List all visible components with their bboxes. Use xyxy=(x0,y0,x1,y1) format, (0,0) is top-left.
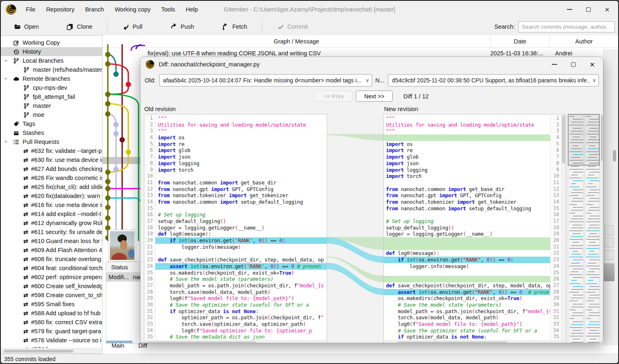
sidebar-item-local-branches[interactable]: Local Branches xyxy=(1,56,102,65)
minimize-button[interactable] xyxy=(560,1,579,18)
open-button[interactable]: Open xyxy=(10,21,43,33)
sidebar-item-cpu-mps-dev[interactable]: cpu-mps-dev xyxy=(1,83,102,92)
old-revision-select[interactable]: afaa5b4c 2025-10-14 00:24:07 Fix: Handle… xyxy=(159,74,372,86)
sidebar-item-tags[interactable]: Tags xyxy=(1,119,102,128)
menu-help[interactable]: Help xyxy=(180,4,203,15)
search-label: Search: xyxy=(494,23,515,30)
pull-button[interactable]: Pull xyxy=(118,21,146,33)
next-diff-button[interactable]: Next >> xyxy=(356,91,393,102)
column-date[interactable]: Date xyxy=(490,35,549,47)
menu-tools[interactable]: Tools xyxy=(156,4,180,15)
diff-dialog-titlebar[interactable]: Diff: nanochat/checkpoint_manager.py ✕ xyxy=(141,57,603,72)
chevron-down-icon[interactable] xyxy=(3,139,8,144)
dialog-minimize-button[interactable] xyxy=(552,64,557,64)
status-row[interactable]: Modifi... nar xyxy=(106,273,145,282)
sidebar-item-595-small-fixes[interactable]: ⇄#595 Small fixes xyxy=(1,300,102,309)
gitember-logo-icon xyxy=(6,4,16,15)
sidebar-item-598-create-convert-to-sh[interactable]: ⇄#598 Create convert_to_sh xyxy=(1,291,102,300)
prev-diff-button[interactable]: << Prev xyxy=(315,91,353,102)
dialog-vscrollbar[interactable] xyxy=(601,114,603,343)
diff-minimap[interactable] xyxy=(568,114,600,343)
push-button[interactable]: Push xyxy=(166,21,198,33)
column-author[interactable]: Author xyxy=(549,35,618,47)
new-revision-select[interactable]: d54c9cbf 2025-11-02 00:38:50 CPU Support… xyxy=(388,74,599,86)
sidebar-item-stashes[interactable]: Stashes xyxy=(1,128,102,137)
menu-working-copy[interactable]: Working copy xyxy=(109,4,156,15)
sidebar-scroll-handle[interactable] xyxy=(99,216,101,225)
code-line xyxy=(384,180,551,186)
toolbar-separator xyxy=(262,20,262,33)
sidebar-item-626-fix-wandb-cosmetic-is[interactable]: ⇄#626 Fix wandb cosmetic is xyxy=(1,173,102,182)
new-pane-vscrollbar[interactable] xyxy=(561,114,566,343)
search-input[interactable] xyxy=(518,21,615,32)
sidebar-item-620-fix-dataloader-warn-w[interactable]: ⇄#620 fix(dataloader): warn w xyxy=(1,191,102,200)
tab-main[interactable]: Main xyxy=(112,342,124,352)
sidebar-item-602-perf-optimize-prepen[interactable]: ⇄#602 perf: optimize prepen xyxy=(1,273,102,282)
sidebar-item-627-add-bounds-checking[interactable]: ⇄#627 Add bounds checking xyxy=(1,164,102,173)
sidebar-item-remote-branches[interactable]: Remote Branches xyxy=(1,74,102,83)
old-code-pane[interactable]: 1234567891011121314151617181920212223242… xyxy=(144,114,327,343)
pull-request-icon: ⇄ xyxy=(23,202,28,208)
dialog-close-button[interactable]: ✕ xyxy=(589,61,595,68)
new-code-pane[interactable]: """Utilities for saving and loading mode… xyxy=(383,114,567,343)
sidebar-item-610-guard-mean-loss-for-f[interactable]: ⇄#610 Guard mean loss for f xyxy=(1,237,102,246)
main-vscrollbar-thumb[interactable] xyxy=(613,150,616,162)
clone-button[interactable]: Clone xyxy=(62,21,96,33)
code-line: from nanochat.common import setup_defaul… xyxy=(384,205,551,212)
sidebar-item-579-fix-guard-target-para[interactable]: ⇄#579 fix: guard target-para xyxy=(1,327,102,336)
sidebar-item-580-fix-correct-csv-extrac[interactable]: ⇄#580 fix: correct CSV extrac xyxy=(1,318,102,327)
menu-repository[interactable]: Repository xyxy=(41,4,80,15)
pull-request-icon: ⇄ xyxy=(23,292,28,298)
code-line xyxy=(384,244,551,250)
sidebar-item-fp8-attempt-fail[interactable]: fp8_attempt_fail xyxy=(1,92,102,101)
sidebar-item-612-dynamically-grow-rop[interactable]: ⇄#612 dynamically grow RoP xyxy=(1,218,102,228)
side-button[interactable] xyxy=(605,250,614,260)
code-line: import logging xyxy=(155,160,327,167)
sidebar-item-608-fix-truncate-overlong[interactable]: ⇄#608 fix: truncate overlong xyxy=(1,255,102,264)
code-line: def log0(message): xyxy=(384,250,551,257)
minimap-viewport[interactable] xyxy=(568,114,600,166)
maximize-button[interactable] xyxy=(579,1,598,18)
sidebar-item-616-fix-use-meta-device-in[interactable]: ⇄#616 fix: use meta device in xyxy=(1,200,102,209)
column-graph-message[interactable]: Graph / Message xyxy=(102,35,490,47)
fetch-button[interactable]: Fetch xyxy=(218,21,251,33)
sidebar-item-611-security-fix-unsafe-de[interactable]: ⇄#611 security: fix unsafe de xyxy=(1,228,102,237)
pull-request-icon: ⇄ xyxy=(23,238,28,244)
sidebar-item-history[interactable]: History xyxy=(1,47,102,56)
new-line-numbers: 1234567891011121314151617181920212223242… xyxy=(550,114,561,343)
toolbar: OpenClonePullPushFetchCommit Search: xyxy=(1,18,618,35)
close-button[interactable]: ✕ xyxy=(598,1,617,18)
code-line: if optimizer_data is not None: xyxy=(155,308,327,315)
sidebar-item-604-feat-conditional-torch[interactable]: ⇄#604 feat: conditional torch xyxy=(1,264,102,273)
sidebar-item-609-add-flash-attention-4[interactable]: ⇄#609 Add Flash Attention 4 xyxy=(1,246,102,255)
sidebar-item-632-fix-validate-target-p[interactable]: ⇄#632 fix: validate --target-p xyxy=(1,146,102,155)
chevron-down-icon[interactable] xyxy=(3,58,8,63)
sidebar-item-pull-requests[interactable]: Pull Requests xyxy=(1,137,102,146)
sidebar-item-625-fix-chat-cli-add-slidin[interactable]: ⇄#625 fix(chat_cli): add slidin xyxy=(1,182,102,191)
code-line: # Set up logging xyxy=(155,212,327,218)
sidebar-item-614-add-explicit-model-t[interactable]: ⇄#614 add explicit --model-t xyxy=(1,209,102,218)
tab-status[interactable]: Status xyxy=(106,262,145,273)
code-line: import torch xyxy=(155,167,327,173)
sidebar-item-600-create-self-knowledg[interactable]: ⇄#600 Create self_knowledg xyxy=(1,282,102,291)
commit-graph[interactable] xyxy=(102,44,145,241)
sidebar-item-moe[interactable]: moe xyxy=(1,110,102,119)
pull-request-icon: ⇄ xyxy=(23,310,28,316)
chevron-down-icon[interactable] xyxy=(3,76,8,81)
old-pane-hscrollbar[interactable] xyxy=(144,340,327,343)
menu-branch[interactable]: Branch xyxy=(80,4,109,15)
sidebar-item-630-fix-use-meta-device-in[interactable]: ⇄#630 fix: use meta device in xyxy=(1,155,102,164)
sidebar-item-576-validate-source-so-i[interactable]: ⇄#576 Validate --source so i xyxy=(1,336,102,345)
commit-button[interactable]: Commit xyxy=(273,21,312,33)
sidebar-item-working-copy[interactable]: Working Copy xyxy=(1,38,102,47)
sidebar-item-master[interactable]: master xyxy=(1,101,102,110)
side-button[interactable] xyxy=(605,225,614,235)
tab-diff[interactable]: Diff xyxy=(138,342,147,352)
dialog-maximize-button[interactable] xyxy=(571,62,576,67)
sidebar-item-588-add-upload-to-hf-hub[interactable]: ⇄#588 Add upload to hf hub xyxy=(1,309,102,318)
new-pane-hscrollbar[interactable] xyxy=(384,340,562,343)
side-button[interactable] xyxy=(605,238,614,248)
sidebar-item-master-refs-heads-master[interactable]: master (refs/heads/master) xyxy=(1,65,102,74)
menu-file[interactable]: File xyxy=(20,4,41,15)
sidebar-hscrollbar[interactable] xyxy=(1,348,102,353)
